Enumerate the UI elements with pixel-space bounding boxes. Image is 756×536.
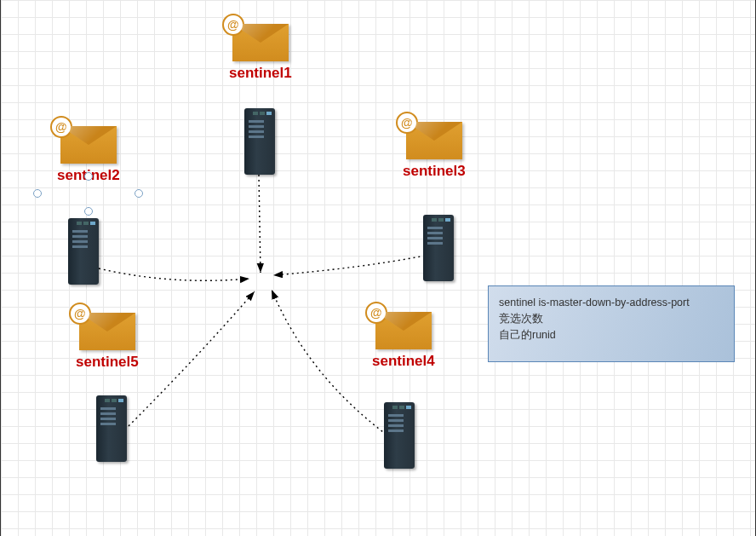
mail-icon: @ bbox=[406, 122, 462, 159]
selection-handle-icon bbox=[33, 189, 42, 198]
note-box[interactable]: sentinel is-master-down-by-address-port … bbox=[488, 285, 735, 362]
at-badge-icon: @ bbox=[222, 14, 244, 36]
mail-icon: @ bbox=[375, 312, 432, 349]
sentinel5-server-icon bbox=[96, 395, 127, 462]
sentinel5-node[interactable]: @ sentinel5 bbox=[76, 313, 139, 371]
note-line: sentinel is-master-down-by-address-port bbox=[499, 295, 724, 311]
at-badge-icon: @ bbox=[69, 303, 91, 325]
diagram-canvas: @ sentinel1 @ sentinel2 @ sentinel3 @ se… bbox=[0, 0, 756, 536]
sentinel4-label: sentinel4 bbox=[372, 353, 435, 370]
selection-handle-icon bbox=[84, 172, 93, 181]
sentinel1-node[interactable]: @ sentinel1 bbox=[229, 24, 292, 82]
sentinel3-label: sentinel3 bbox=[403, 163, 466, 180]
at-badge-icon: @ bbox=[365, 302, 387, 324]
sentinel1-server-icon bbox=[244, 108, 275, 175]
mail-icon: @ bbox=[60, 126, 117, 164]
selection-handle-icon bbox=[135, 189, 143, 198]
selection-handle-icon bbox=[84, 207, 93, 216]
sentinel2-server-icon bbox=[68, 218, 99, 285]
at-badge-icon: @ bbox=[396, 112, 418, 134]
mail-icon: @ bbox=[79, 313, 135, 350]
at-badge-icon: @ bbox=[50, 116, 72, 138]
sentinel4-server-icon bbox=[384, 402, 415, 469]
note-line: 自己的runid bbox=[499, 327, 724, 343]
sentinel3-server-icon bbox=[423, 215, 454, 281]
note-line: 竞选次数 bbox=[499, 311, 724, 327]
sentinel1-label: sentinel1 bbox=[229, 65, 292, 82]
mail-icon: @ bbox=[232, 24, 289, 61]
sentinel3-node[interactable]: @ sentinel3 bbox=[403, 122, 466, 180]
sentinel4-node[interactable]: @ sentinel4 bbox=[372, 312, 435, 370]
sentinel5-label: sentinel5 bbox=[76, 354, 139, 371]
